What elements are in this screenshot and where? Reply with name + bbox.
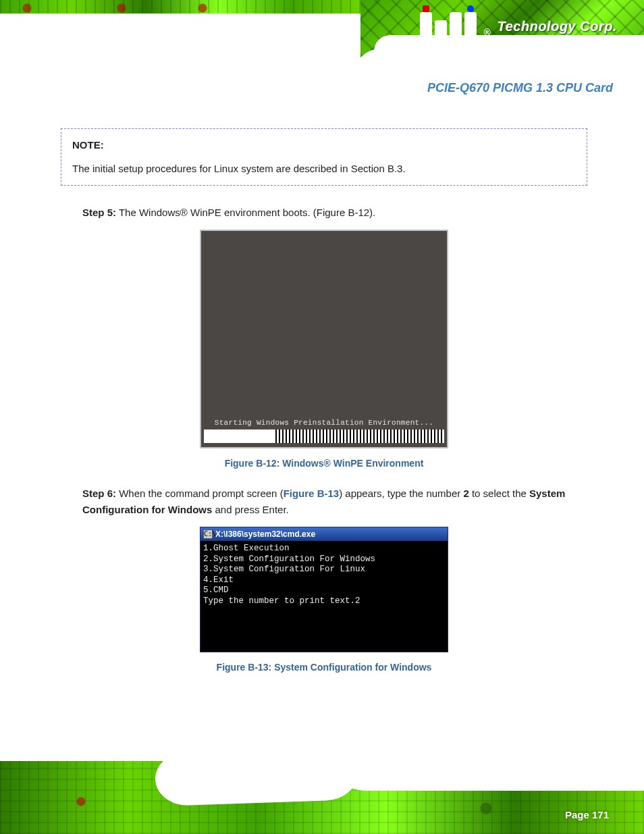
header-curve-left xyxy=(0,14,385,42)
step-6-text-c: to select the xyxy=(469,488,529,499)
step-5-text: The Windows® WinPE environment boots. (F… xyxy=(119,207,375,218)
step-6: Step 6: When the command prompt screen (… xyxy=(82,486,587,517)
page-number: Page 171 xyxy=(565,809,609,820)
step-6-text-d: and press Enter. xyxy=(212,504,288,515)
step-6-text-a: When the command prompt screen ( xyxy=(119,488,283,499)
step-6-figref: Figure B-13 xyxy=(284,488,340,499)
product-title: PCIE-Q670 PICMG 1.3 CPU Card xyxy=(427,81,613,95)
footer-band: Page 171 xyxy=(0,761,644,834)
cmd-titlebar: C:\ X:\I386\system32\cmd.exe xyxy=(200,527,448,541)
figure-b13-caption: Figure B-13: System Configuration for Wi… xyxy=(61,660,587,675)
header-band: ® Technology Corp. xyxy=(0,0,644,73)
step-list-2: Step 6: When the command prompt screen (… xyxy=(82,486,587,517)
figure-b12-caption: Figure B-12: Windows® WinPE Environment xyxy=(61,457,587,471)
cmd-terminal-output: 1.Ghost Execution 2.System Configuration… xyxy=(200,541,448,610)
step-5-num: Step 5: xyxy=(82,207,116,218)
figure-b12-screenshot: Starting Windows Preinstallation Environ… xyxy=(200,230,448,448)
note-text: The initial setup procedures for Linux s… xyxy=(72,161,576,176)
note-label: NOTE: xyxy=(72,137,576,153)
figure-b13-screenshot: C:\ X:\I386\system32\cmd.exe 1.Ghost Exe… xyxy=(200,527,448,652)
note-block: NOTE: The initial setup procedures for L… xyxy=(61,128,587,186)
winpe-loading-text: Starting Windows Preinstallation Environ… xyxy=(201,419,447,427)
header-curve-right xyxy=(354,49,644,73)
winpe-progress-bar xyxy=(275,429,444,443)
cmd-titlebar-text: X:\I386\system32\cmd.exe xyxy=(215,527,315,541)
step-6-num: Step 6: xyxy=(82,488,116,499)
cmd-window-icon: C:\ xyxy=(203,529,213,539)
brand-name: Technology Corp. xyxy=(498,19,617,34)
step-6-two: 2 xyxy=(463,488,468,499)
step-list: Step 5: The Windows® WinPE environment b… xyxy=(82,205,587,220)
step-6-text-b: ) appears, type the number xyxy=(339,488,463,499)
step-5: Step 5: The Windows® WinPE environment b… xyxy=(82,205,587,220)
footer-swoop-2 xyxy=(320,761,644,791)
page-body: NOTE: The initial setup procedures for L… xyxy=(61,128,587,690)
